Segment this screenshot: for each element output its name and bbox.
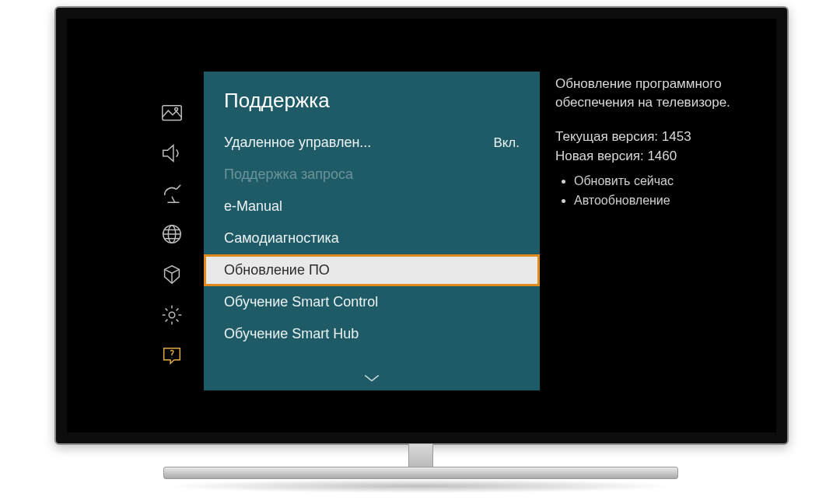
svg-point-4 (169, 312, 175, 318)
sound-icon[interactable] (160, 142, 184, 165)
tv-frame: Поддержка Удаленное управлен... Вкл. Под… (54, 6, 789, 445)
menu-item-label: Удаленное управлен... (224, 135, 371, 151)
svg-point-5 (171, 357, 172, 358)
current-version-line: Текущая версия: 1453 (555, 128, 754, 146)
tv-stand-base (163, 467, 678, 479)
tv-stand-shadow (163, 479, 677, 493)
support-icon[interactable] (160, 344, 184, 367)
menu-item-label: Обновление ПО (224, 262, 330, 278)
new-version-label: Новая версия: (555, 149, 644, 163)
menu-item-software-update[interactable]: Обновление ПО (204, 254, 540, 286)
info-bullet-list: Обновить сейчас Автообновление (555, 172, 754, 210)
menu-list: Удаленное управлен... Вкл. Поддержка зап… (204, 127, 540, 350)
menu-item-label: Самодиагностика (224, 230, 339, 247)
menu-item-smart-control-tutorial[interactable]: Обучение Smart Control (204, 286, 540, 318)
scroll-down-arrow[interactable] (204, 372, 540, 386)
menu-item-label: Обучение Smart Control (224, 294, 378, 310)
info-bullet-auto-update: Автообновление (574, 191, 754, 210)
current-version-label: Текущая версия: (555, 129, 658, 144)
network-icon[interactable] (160, 222, 184, 246)
new-version-line: Новая версия: 1460 (555, 147, 754, 166)
new-version-value: 1460 (647, 149, 677, 163)
picture-icon[interactable] (160, 101, 184, 124)
menu-item-label: e-Manual (224, 198, 282, 215)
info-description: Обновление программного обеспечения на т… (555, 75, 754, 112)
menu-item-label: Обучение Smart Hub (224, 326, 359, 342)
menu-item-remote-management[interactable]: Удаленное управлен... Вкл. (204, 127, 540, 159)
menu-item-smart-hub-tutorial[interactable]: Обучение Smart Hub (204, 318, 540, 350)
menu-item-label: Поддержка запроса (224, 166, 353, 183)
svg-rect-0 (163, 106, 181, 121)
settings-icon[interactable] (160, 303, 184, 327)
info-panel: Обновление программного обеспечения на т… (555, 75, 754, 210)
tv-stand-neck (408, 443, 433, 470)
menu-title: Поддержка (204, 72, 540, 127)
settings-icon-bar (152, 101, 191, 367)
tv-screen: Поддержка Удаленное управлен... Вкл. Под… (67, 19, 776, 432)
menu-item-self-diagnosis[interactable]: Самодиагностика (204, 222, 540, 254)
broadcast-icon[interactable] (160, 182, 184, 205)
chevron-down-icon (361, 372, 383, 386)
svg-point-1 (175, 107, 178, 110)
menu-item-e-manual[interactable]: e-Manual (204, 191, 540, 222)
support-menu-panel: Поддержка Удаленное управлен... Вкл. Под… (204, 72, 540, 390)
menu-item-value: Вкл. (493, 135, 520, 151)
system-icon[interactable] (160, 263, 184, 286)
current-version-value: 1453 (662, 129, 691, 144)
menu-item-request-support: Поддержка запроса (204, 159, 540, 191)
info-bullet-update-now: Обновить сейчас (574, 172, 754, 191)
